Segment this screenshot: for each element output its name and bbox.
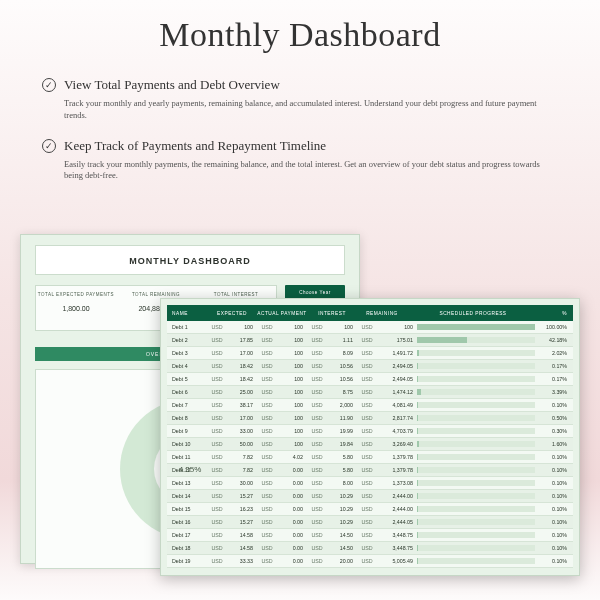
cell-pct: 42.18% xyxy=(539,334,573,346)
cell-name: Debt 1 xyxy=(167,321,207,333)
table-row: Debt 19USD33.33USD0.00USD20.00USD5,005.4… xyxy=(167,555,573,568)
cell-name: Debt 6 xyxy=(167,386,207,398)
col-pct: % xyxy=(539,305,573,321)
cell-pct: 100.00% xyxy=(539,321,573,333)
cell-remaining: 1,379.78 xyxy=(377,464,417,476)
cell-progress xyxy=(417,555,539,567)
cell-interest: 100 xyxy=(327,321,357,333)
table-header-row: NAME EXPECTED ACTUAL PAYMENT INTEREST RE… xyxy=(167,305,573,321)
cell-cur: USD xyxy=(307,399,327,411)
cell-cur: USD xyxy=(257,503,277,515)
cell-cur: USD xyxy=(357,347,377,359)
table-row: Debt 4USD18.42USD100USD10.56USD2,494.050… xyxy=(167,360,573,373)
cell-cur: USD xyxy=(207,360,227,372)
cell-pct: 0.10% xyxy=(539,503,573,515)
cell-expected: 25.00 xyxy=(227,386,257,398)
cell-actual: 100 xyxy=(277,399,307,411)
cell-remaining: 2,444.05 xyxy=(377,516,417,528)
cell-interest: 20.00 xyxy=(327,555,357,567)
cell-cur: USD xyxy=(357,321,377,333)
table-row: Debt 2USD17.85USD100USD1.11USD175.0142.1… xyxy=(167,334,573,347)
cell-cur: USD xyxy=(207,321,227,333)
cell-cur: USD xyxy=(357,503,377,515)
cell-cur: USD xyxy=(307,542,327,554)
cell-cur: USD xyxy=(307,464,327,476)
col-progress: SCHEDULED PROGRESS xyxy=(407,305,539,321)
cell-interest: 11.90 xyxy=(327,412,357,424)
cell-actual: 100 xyxy=(277,438,307,450)
cell-pct: 0.10% xyxy=(539,516,573,528)
cell-actual: 0.00 xyxy=(277,529,307,541)
kpi-interest-label: TOTAL INTEREST xyxy=(196,292,276,297)
table-row: Debt 18USD14.58USD0.00USD14.50USD3,448.7… xyxy=(167,542,573,555)
cell-cur: USD xyxy=(357,477,377,489)
cell-cur: USD xyxy=(257,386,277,398)
cell-name: Debt 2 xyxy=(167,334,207,346)
cell-progress xyxy=(417,542,539,554)
cell-progress xyxy=(417,412,539,424)
cell-pct: 0.10% xyxy=(539,542,573,554)
feature-1: View Total Payments and Debt Overview Tr… xyxy=(42,77,558,122)
cell-cur: USD xyxy=(257,464,277,476)
dashboard-header: MONTHLY DASHBOARD xyxy=(35,245,345,275)
cell-actual: 100 xyxy=(277,360,307,372)
table-row: Debt 6USD25.00USD100USD8.75USD1,474.123.… xyxy=(167,386,573,399)
cell-progress xyxy=(417,490,539,502)
cell-cur: USD xyxy=(307,425,327,437)
cell-pct: 0.10% xyxy=(539,464,573,476)
cell-cur: USD xyxy=(257,555,277,567)
cell-cur: USD xyxy=(257,347,277,359)
feature-2-desc: Easily track your monthly payments, the … xyxy=(64,159,558,183)
progress-pct: 4.35% xyxy=(120,399,260,539)
page-title: Monthly Dashboard xyxy=(0,16,600,54)
cell-actual: 0.00 xyxy=(277,503,307,515)
cell-cur: USD xyxy=(307,386,327,398)
cell-progress xyxy=(417,425,539,437)
col-name: NAME xyxy=(167,305,207,321)
cell-progress xyxy=(417,373,539,385)
cell-cur: USD xyxy=(357,542,377,554)
cell-cur: USD xyxy=(207,542,227,554)
cell-cur: USD xyxy=(257,542,277,554)
cell-cur: USD xyxy=(257,334,277,346)
cell-progress xyxy=(417,334,539,346)
col-interest: INTEREST xyxy=(307,305,357,321)
cell-name: Debt 5 xyxy=(167,373,207,385)
cell-cur: USD xyxy=(357,373,377,385)
cell-remaining: 2,494.05 xyxy=(377,360,417,372)
cell-cur: USD xyxy=(257,451,277,463)
cell-cur: USD xyxy=(257,360,277,372)
cell-interest: 8.00 xyxy=(327,477,357,489)
cell-pct: 3.39% xyxy=(539,386,573,398)
cell-progress xyxy=(417,529,539,541)
cell-cur: USD xyxy=(357,451,377,463)
cell-cur: USD xyxy=(257,438,277,450)
feature-1-label: View Total Payments and Debt Overview xyxy=(64,77,280,93)
cell-cur: USD xyxy=(257,516,277,528)
cell-pct: 0.17% xyxy=(539,373,573,385)
cell-pct: 0.50% xyxy=(539,412,573,424)
cell-cur: USD xyxy=(357,555,377,567)
cell-progress xyxy=(417,464,539,476)
cell-progress xyxy=(417,477,539,489)
cell-actual: 100 xyxy=(277,347,307,359)
table-row: Debt 3USD17.00USD100USD8.09USD1,491.722.… xyxy=(167,347,573,360)
cell-remaining: 2,444.00 xyxy=(377,490,417,502)
cell-cur: USD xyxy=(307,555,327,567)
cell-pct: 0.10% xyxy=(539,529,573,541)
cell-cur: USD xyxy=(207,334,227,346)
feature-2: Keep Track of Payments and Repayment Tim… xyxy=(42,138,558,183)
cell-cur: USD xyxy=(307,347,327,359)
cell-cur: USD xyxy=(307,529,327,541)
cell-remaining: 2,817.74 xyxy=(377,412,417,424)
cell-pct: 0.10% xyxy=(539,399,573,411)
kpi-remaining-label: TOTAL REMAINING xyxy=(116,292,196,297)
cell-actual: 0.00 xyxy=(277,516,307,528)
cell-cur: USD xyxy=(357,490,377,502)
cell-pct: 0.17% xyxy=(539,360,573,372)
cell-remaining: 5,005.49 xyxy=(377,555,417,567)
cell-cur: USD xyxy=(357,334,377,346)
cell-cur: USD xyxy=(257,425,277,437)
cell-interest: 5.80 xyxy=(327,451,357,463)
cell-actual: 4.02 xyxy=(277,451,307,463)
